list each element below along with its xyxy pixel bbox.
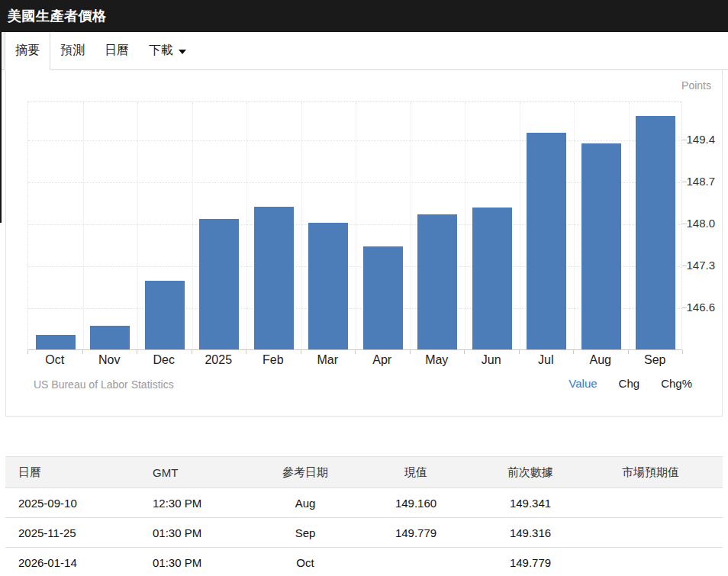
x-axis-tick — [137, 350, 137, 354]
x-axis-tick-label: Apr — [355, 353, 410, 367]
x-axis-tick — [82, 350, 83, 354]
x-axis-tick-label: May — [409, 353, 464, 367]
table-cell: 149.779 — [350, 518, 482, 548]
chart-bar — [636, 116, 675, 349]
x-axis-tick — [682, 350, 683, 354]
chart-mode-links: ValueChgChg% — [569, 377, 692, 390]
x-gridline — [574, 102, 575, 349]
x-axis-tick-label: Sep — [627, 353, 682, 367]
table-row: 2025-11-2501:30 PMSep149.779149.316 — [5, 518, 723, 548]
x-axis-tick — [301, 350, 301, 354]
chart-bar — [308, 223, 348, 349]
chart-mode-link-chgpct[interactable]: Chg% — [661, 377, 692, 390]
tab-calendar[interactable]: 日曆 — [95, 32, 139, 69]
bar-chart-plot-area[interactable] — [27, 101, 682, 350]
tab-forecast[interactable]: 預測 — [50, 32, 95, 69]
chart-bar — [363, 246, 403, 349]
x-gridline — [629, 102, 630, 349]
tab-download-label: 下載 — [149, 43, 173, 59]
chart-mode-link-chg[interactable]: Chg — [619, 377, 640, 390]
x-axis-tick — [27, 350, 28, 354]
y-gridline — [28, 140, 681, 141]
table-cell: 149.160 — [350, 488, 482, 518]
table-row: 2026-01-1401:30 PMOct149.779 — [5, 548, 723, 576]
tab-summary[interactable]: 摘要 — [5, 32, 50, 70]
x-axis-tick-label: Dec — [137, 353, 192, 367]
x-axis-tick-label: Aug — [573, 353, 628, 367]
chart-bar — [527, 133, 566, 349]
x-axis-tick-label: 2025 — [191, 353, 246, 367]
x-axis-tick — [464, 350, 465, 354]
x-gridline — [520, 102, 520, 349]
table-cell: 01:30 PM — [140, 548, 261, 576]
table-cell: 2026-01-14 — [5, 548, 140, 576]
table-cell: 2025-11-25 — [5, 518, 140, 548]
table-col-header: 參考日期 — [261, 457, 350, 488]
x-gridline — [192, 102, 193, 349]
page: 美國生產者價格 摘要 預測 日曆 下載 Points 149.4148.7148… — [0, 0, 728, 576]
x-gridline — [465, 102, 465, 349]
table-row: 2025-09-1012:30 PMAug149.160149.341 — [5, 488, 723, 518]
x-axis-tick — [355, 350, 356, 354]
calendar-table: 日曆GMT參考日期現值前次數據市場預期值 2025-09-1012:30 PMA… — [5, 456, 723, 576]
chart-panel: Points 149.4148.7148.0147.3146.6 OctNovD… — [5, 70, 723, 417]
x-gridline — [301, 102, 302, 349]
table-cell: 2025-09-10 — [5, 488, 140, 518]
chart-bar — [199, 219, 239, 349]
table-col-header: 現值 — [350, 457, 482, 488]
x-axis-tick — [628, 350, 629, 354]
x-axis-tick-label: Oct — [27, 353, 82, 367]
window-edge-artifact — [0, 32, 2, 223]
x-axis-tick — [246, 350, 246, 354]
y-axis-unit-label: Points — [681, 79, 711, 92]
table-cell: Aug — [261, 488, 350, 518]
chart-bar — [36, 335, 76, 349]
x-gridline — [137, 102, 138, 349]
y-axis-tick — [682, 307, 687, 308]
table-cell — [578, 548, 723, 576]
x-gridline — [411, 102, 411, 349]
chevron-down-icon — [179, 50, 186, 54]
chart-source-text: US Bureau of Labor Statistics — [34, 378, 174, 391]
table-col-header: 前次數據 — [482, 457, 578, 488]
y-axis-tick — [682, 265, 687, 266]
y-axis-tick — [682, 140, 687, 140]
x-axis-tick — [410, 350, 411, 354]
y-axis-tick — [682, 224, 687, 224]
table-cell: Oct — [261, 548, 350, 576]
table-cell — [578, 488, 723, 518]
table-cell: 149.341 — [482, 488, 578, 518]
chart-mode-link-value[interactable]: Value — [569, 377, 597, 390]
tab-download[interactable]: 下載 — [139, 32, 196, 69]
x-gridline — [83, 102, 84, 349]
x-axis-tick-label: Mar — [300, 353, 355, 367]
title-bar: 美國生產者價格 — [0, 0, 728, 32]
x-axis-tick-label: Nov — [82, 353, 137, 367]
table-cell: 149.779 — [482, 548, 578, 576]
x-axis-tick-label: Jul — [518, 353, 573, 367]
x-gridline — [356, 102, 356, 349]
tab-forecast-label: 預測 — [60, 43, 85, 59]
tab-bar: 摘要 預測 日曆 下載 — [0, 32, 728, 70]
table-col-header: 市場預期值 — [578, 457, 723, 488]
x-axis-tick — [192, 350, 192, 354]
chart-bar — [254, 207, 294, 349]
x-gridline — [246, 102, 247, 349]
table-body: 2025-09-1012:30 PMAug149.160149.3412025-… — [5, 488, 723, 576]
table-cell: 01:30 PM — [140, 518, 261, 548]
table-cell — [350, 548, 482, 576]
x-axis-tick — [519, 350, 520, 354]
x-axis-tick-label: Jun — [464, 353, 519, 367]
table-col-header: GMT — [140, 457, 261, 488]
tab-summary-label: 摘要 — [15, 43, 40, 59]
x-axis-tick-label: Feb — [246, 353, 301, 367]
table-cell — [578, 518, 723, 548]
table-cell: 149.316 — [482, 518, 578, 548]
x-axis-tick — [573, 350, 574, 354]
table-cell: Sep — [261, 518, 350, 548]
page-title: 美國生產者價格 — [8, 7, 107, 25]
chart-bar — [581, 143, 621, 349]
tab-calendar-label: 日曆 — [105, 43, 129, 59]
table-col-header: 日曆 — [5, 457, 140, 488]
table-header-row: 日曆GMT參考日期現值前次數據市場預期值 — [5, 457, 723, 488]
